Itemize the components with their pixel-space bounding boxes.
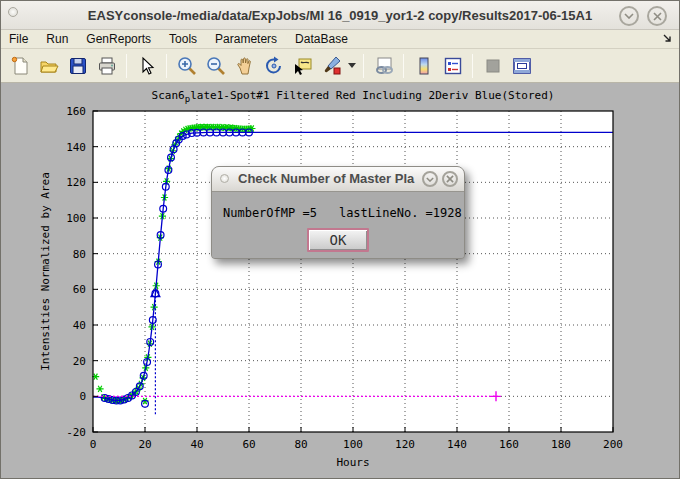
x-tick-label: 200 [603,438,623,451]
y-tick-label: 140 [66,141,86,154]
toolbar-separator [166,54,167,78]
dialog-shade-button[interactable] [422,171,438,187]
open-folder-icon [38,55,60,77]
y-tick-label: 60 [73,283,86,296]
y-tick-label: 40 [73,319,86,332]
colorbar-icon [413,55,435,77]
show-plot-tools-button[interactable] [507,52,536,80]
window-titlebar: EASYconsole-/media/data/ExpJobs/MI 16_09… [1,1,679,30]
close-icon [653,12,662,21]
dialog-body: NumberOfMP =5lastLineNo. =1928 OK [212,192,464,258]
x-tick-label: 0 [90,438,97,451]
dialog-close-button[interactable] [442,171,458,187]
zoom-in-icon [176,55,198,77]
toolbar-separator [126,54,127,78]
pan-button[interactable] [230,52,259,80]
brush-data-button[interactable] [317,52,346,80]
window-title: EASYconsole-/media/data/ExpJobs/MI 16_09… [1,8,679,23]
data-cursor-icon [292,55,314,77]
edit-plot-button[interactable] [132,52,161,80]
x-tick-label: 40 [190,438,203,451]
check-master-plates-dialog: Check Number of Master Pla NumberOfMP =5… [211,166,465,259]
toolbar-separator [363,54,364,78]
open-file-button[interactable] [34,52,63,80]
hide-plot-tools-icon [482,55,504,77]
insert-legend-button[interactable] [438,52,467,80]
legend-icon [442,55,464,77]
printer-icon [96,55,118,77]
link-chain-icon [373,55,395,77]
easyconsole-window: EASYconsole-/media/data/ExpJobs/MI 16_09… [0,0,680,479]
x-tick-label: 160 [499,438,519,451]
pan-hand-icon [234,55,256,77]
chevron-down-icon [426,177,434,182]
zoom-out-button[interactable] [201,52,230,80]
y-tick-label: 100 [66,212,86,225]
y-tick-label: 80 [73,248,86,261]
window-close-button[interactable] [647,6,667,26]
x-axis-label: Hours [336,456,369,469]
y-tick-label: 160 [66,105,86,118]
plot-canvas[interactable]: 020406080100120140160180200-200204060801… [1,83,680,479]
rotate-3d-icon [263,55,285,77]
dialog-title: Check Number of Master Pla [238,171,418,186]
window-shade-button[interactable] [619,6,639,26]
new-file-icon [9,55,31,77]
x-tick-label: 100 [343,438,363,451]
rotate3d-button[interactable] [259,52,288,80]
menu-genreports[interactable]: GenReports [77,31,160,47]
show-plot-tools-icon [511,55,533,77]
figure-toolbar [1,49,679,83]
window-menu-icon[interactable] [8,7,18,17]
brush-dropdown-button[interactable] [346,52,358,80]
menu-run[interactable]: Run [37,31,77,47]
data-cursor-button[interactable] [288,52,317,80]
menu-tools[interactable]: Tools [160,31,206,47]
lastlineno-value: lastLineNo. =1928 [339,206,462,220]
dialog-message: NumberOfMP =5lastLineNo. =1928 [223,206,462,220]
x-tick-label: 180 [551,438,571,451]
zoom-in-button[interactable] [172,52,201,80]
insert-colorbar-button[interactable] [409,52,438,80]
numberofmp-value: NumberOfMP =5 [223,206,317,220]
toolbar-separator [403,54,404,78]
hide-plot-tools-button[interactable] [478,52,507,80]
y-tick-label: -20 [66,426,86,439]
figure-area: 020406080100120140160180200-200204060801… [1,83,680,479]
y-tick-label: 120 [66,176,86,189]
brush-icon [321,55,343,77]
pointer-arrow-icon [136,55,158,77]
y-tick-label: 0 [79,390,86,403]
y-axis-label: Intensities Normalized by Area [39,172,52,371]
new-file-button[interactable] [5,52,34,80]
plot-title: Scan6plate1-Spot#1 Filtered Red Includin… [152,89,555,104]
menu-database[interactable]: DataBase [286,31,357,47]
menu-parameters[interactable]: Parameters [206,31,286,47]
close-icon [446,175,454,183]
ok-button[interactable]: OK [307,228,369,252]
x-tick-label: 20 [138,438,151,451]
menubar: File Run GenReports Tools Parameters Dat… [1,30,679,49]
toolbar-separator [472,54,473,78]
x-tick-label: 140 [447,438,467,451]
dialog-titlebar[interactable]: Check Number of Master Pla [212,167,464,192]
menu-file[interactable]: File [1,31,37,47]
menubar-dock-arrow-icon[interactable] [662,33,673,47]
zoom-out-icon [205,55,227,77]
x-tick-label: 80 [294,438,307,451]
link-plot-button[interactable] [369,52,398,80]
save-button[interactable] [63,52,92,80]
chevron-down-icon [624,13,634,19]
print-button[interactable] [92,52,121,80]
dialog-menu-icon[interactable] [220,174,229,183]
save-floppy-icon [67,55,89,77]
x-tick-label: 60 [242,438,255,451]
dropdown-arrow-icon [348,63,356,68]
y-tick-label: 20 [73,355,86,368]
x-tick-label: 120 [395,438,415,451]
